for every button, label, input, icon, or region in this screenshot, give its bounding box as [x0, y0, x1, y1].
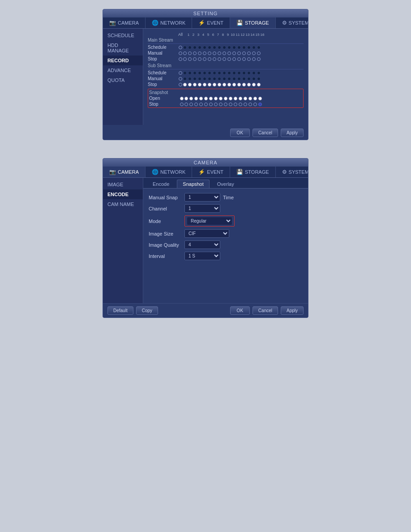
camera-title-text: CAMERA	[193, 160, 217, 165]
schedule-all-radio[interactable]	[179, 46, 182, 49]
subtab-overlay[interactable]: Overlay	[211, 180, 240, 188]
tab-storage[interactable]: 💾 STORAGE	[230, 17, 276, 28]
snapshot-section: Snapshot Open	[148, 89, 304, 108]
manual-snap-unit: Time	[223, 195, 234, 200]
camera-tab-bar: 📷 CAMERA 🌐 NETWORK ⚡ EVENT 💾 STORAGE ⚙	[103, 167, 308, 178]
camera-dialog: CAMERA 📷 CAMERA 🌐 NETWORK ⚡ EVENT 💾	[103, 158, 308, 318]
mode-row: Mode Regular	[149, 215, 303, 227]
snap-open-all-radio[interactable]	[180, 97, 184, 100]
snapshot-label: Snapshot	[149, 90, 302, 95]
cam-tab-event[interactable]: ⚡ EVENT	[192, 167, 230, 177]
setting-title-text: SETTING	[193, 11, 218, 16]
sub-manual-row: Manual	[148, 76, 304, 81]
stop-dots	[183, 57, 261, 61]
default-button[interactable]: Default	[107, 306, 133, 315]
cam-event-icon: ⚡	[198, 169, 205, 175]
sub-schedule-row: Schedule	[148, 70, 304, 75]
cam-sidebar-camname[interactable]: CAM NAME	[103, 199, 143, 209]
camera-sidebar: IMAGE ENCODE CAM NAME	[103, 178, 143, 303]
record-content: All 123 456 789 101112 131415 16 Main St…	[143, 29, 308, 125]
cam-camera-icon: 📷	[109, 169, 116, 175]
channel-select[interactable]: 1	[184, 204, 220, 213]
snap-open-dots	[184, 97, 262, 100]
manual-all-radio[interactable]	[179, 51, 182, 55]
cam-tab-network[interactable]: 🌐 NETWORK	[146, 167, 192, 177]
apply-button[interactable]: Apply	[281, 129, 304, 137]
main-stream-label: Main Stream	[148, 38, 304, 44]
camera-right-buttons: OK Cancel Apply	[230, 306, 304, 315]
copy-button[interactable]: Copy	[136, 306, 158, 315]
tab-network[interactable]: 🌐 NETWORK	[146, 17, 192, 28]
manual-dots	[183, 51, 261, 55]
manual-snap-row: Manual Snap 1 Time	[149, 193, 303, 202]
encode-sub-tab-bar: Encode Snapshot Overlay	[143, 178, 308, 189]
storage-icon: 💾	[236, 20, 243, 26]
subtab-encode[interactable]: Encode	[147, 180, 175, 188]
snapshot-form: Manual Snap 1 Time Channel 1	[143, 189, 308, 303]
cam-ok-button[interactable]: OK	[230, 306, 250, 315]
schedule-dots	[183, 46, 261, 49]
sub-schedule-all-radio[interactable]	[179, 71, 182, 75]
sub-stop-row: Stop	[148, 82, 304, 87]
cam-cancel-button[interactable]: Cancel	[253, 306, 278, 315]
sub-stop-dots	[183, 83, 261, 86]
camera-button-bar: Default Copy OK Cancel Apply	[103, 303, 308, 317]
cam-tab-system[interactable]: ⚙ SYSTEM	[276, 167, 308, 177]
subtab-snapshot[interactable]: Snapshot	[177, 180, 209, 188]
sub-manual-all-radio[interactable]	[179, 77, 182, 81]
all-header: All	[178, 32, 186, 37]
cam-tab-camera[interactable]: 📷 CAMERA	[103, 167, 146, 177]
snap-stop-row: Stop	[149, 102, 302, 107]
network-icon: 🌐	[152, 20, 158, 26]
snap-stop-dots	[184, 103, 262, 106]
main-manual-row: Manual	[148, 51, 304, 56]
image-size-select[interactable]: CIF	[184, 229, 229, 238]
cam-system-icon: ⚙	[282, 169, 287, 175]
cancel-button[interactable]: Cancel	[253, 129, 278, 137]
main-schedule-row: Schedule	[148, 45, 304, 50]
camera-title: CAMERA	[103, 159, 308, 167]
sub-stream-label: Sub Stream	[148, 63, 304, 69]
cam-network-icon: 🌐	[152, 169, 158, 175]
main-stop-row: Stop	[148, 56, 304, 61]
system-icon: ⚙	[282, 20, 287, 26]
sidebar-quota[interactable]: QUOTA	[103, 75, 143, 85]
sub-stop-all-radio[interactable]	[179, 83, 182, 86]
cam-sidebar-encode[interactable]: ENCODE	[103, 189, 143, 199]
image-quality-row: Image Quality 4	[149, 240, 303, 249]
sub-schedule-dots	[183, 71, 261, 75]
cam-storage-icon: 💾	[236, 169, 243, 175]
camera-icon: 📷	[109, 20, 116, 26]
image-quality-select[interactable]: 4	[184, 240, 220, 249]
sidebar-record[interactable]: RECORD	[103, 56, 143, 65]
sub-manual-dots	[183, 77, 261, 81]
setting-sidebar: SCHEDULE HDD MANAGE RECORD ADVANCE QUOTA	[103, 29, 143, 125]
channel-row: Channel 1	[149, 204, 303, 213]
ok-button[interactable]: OK	[230, 129, 250, 137]
tab-camera[interactable]: 📷 CAMERA	[103, 17, 146, 28]
event-icon: ⚡	[198, 20, 205, 26]
encode-content: Encode Snapshot Overlay Manual Sn	[143, 178, 308, 303]
snap-stop-all-radio[interactable]	[180, 103, 184, 106]
setting-tab-bar: 📷 CAMERA 🌐 NETWORK ⚡ EVENT 💾 STORAGE ⚙	[103, 17, 308, 29]
setting-main-content: SCHEDULE HDD MANAGE RECORD ADVANCE QUOTA	[103, 29, 308, 125]
camera-left-buttons: Default Copy	[107, 306, 158, 315]
cam-sidebar-image[interactable]: IMAGE	[103, 180, 143, 189]
sidebar-schedule[interactable]: SCHEDULE	[103, 30, 143, 40]
snap-open-row: Open	[149, 96, 302, 101]
mode-select[interactable]: Regular	[187, 217, 232, 225]
setting-title: SETTING	[103, 9, 308, 17]
tab-system[interactable]: ⚙ SYSTEM	[276, 17, 308, 28]
interval-row: Interval 1 S	[149, 252, 303, 260]
tab-event[interactable]: ⚡ EVENT	[192, 17, 230, 28]
manual-snap-select[interactable]: 1	[184, 193, 220, 202]
setting-button-bar: OK Cancel Apply	[103, 125, 308, 140]
setting-dialog: SETTING 📷 CAMERA 🌐 NETWORK ⚡ EVENT 💾	[103, 9, 308, 140]
cam-apply-button[interactable]: Apply	[281, 306, 304, 315]
sidebar-hdd-manage[interactable]: HDD MANAGE	[103, 40, 143, 56]
stop-all-radio[interactable]	[179, 57, 182, 61]
sidebar-advance[interactable]: ADVANCE	[103, 65, 143, 75]
cam-tab-storage[interactable]: 💾 STORAGE	[230, 167, 276, 177]
mode-highlight: Regular	[184, 215, 235, 227]
interval-select[interactable]: 1 S	[184, 252, 220, 260]
